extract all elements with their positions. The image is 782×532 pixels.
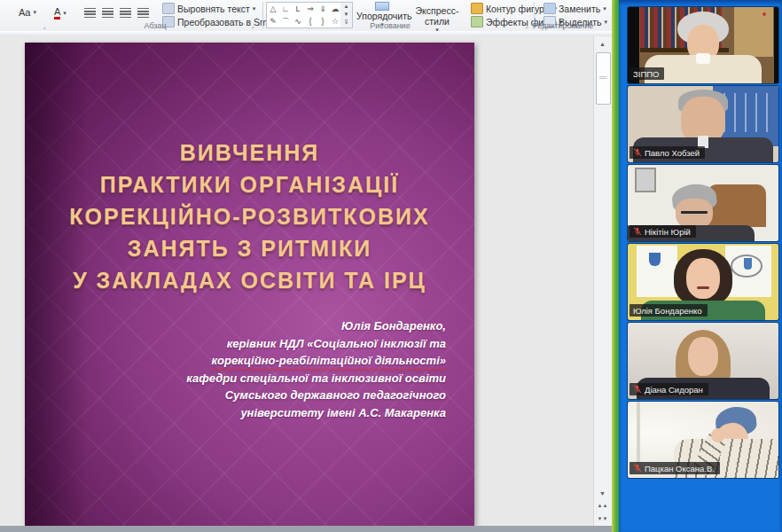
participant-tile-khobzei[interactable]: Павло Хобзей <box>628 86 778 162</box>
slide-title[interactable]: ВИВЧЕННЯ ПРАКТИКИ ОРГАНІЗАЦІЇ КОРЕКЦІЙНО… <box>35 137 464 296</box>
muted-mic-icon <box>633 464 642 473</box>
chevron-down-icon: ▾ <box>604 19 607 26</box>
align-text-icon <box>162 3 175 14</box>
slide-author-block[interactable]: Юлія Бондаренко, керівник НДЛ «Соціально… <box>153 317 446 421</box>
font-color-label: A <box>54 7 60 20</box>
shape-triangle-icon[interactable]: △ <box>267 3 279 15</box>
align-center-button[interactable] <box>99 7 116 19</box>
paragraph-group-label: Абзац <box>129 21 182 30</box>
shape-angle-icon[interactable]: ∟ <box>279 3 292 15</box>
align-right-button[interactable] <box>117 7 134 19</box>
participant-name-badge: Нікітін Юрій <box>630 225 696 238</box>
participant-name-badge: ЗІППО <box>630 67 664 80</box>
slide-author-line: університету імені А.С. Макаренка <box>153 404 446 422</box>
shape-arc-icon[interactable]: ⌒ <box>279 15 292 27</box>
muted-mic-icon <box>633 227 642 236</box>
shape-arrow-right-icon[interactable]: ⇒ <box>304 3 317 15</box>
slide-author-line: кафедри спеціальної та інклюзивної освіт… <box>153 370 446 387</box>
scroll-up-button[interactable]: ▲ <box>596 38 609 51</box>
align-center-icon <box>102 8 113 18</box>
drawing-dialog-launcher-icon[interactable]: ⌟ <box>525 22 528 29</box>
shape-cloud-icon[interactable]: ☁ <box>329 3 341 15</box>
shape-scribble-icon[interactable]: ✎ <box>267 15 279 27</box>
participant-name: Пацкан Оксана.В. <box>645 464 715 473</box>
participant-name-badge: Юлія Бондаренко <box>630 304 708 317</box>
chevron-down-icon: ▾ <box>253 5 256 12</box>
paragraph-dialog-launcher-icon[interactable]: ⌟ <box>251 22 254 29</box>
font-color-button[interactable]: A ▾ <box>51 6 69 20</box>
chevron-down-icon: ▾ <box>603 5 606 12</box>
muted-mic-icon <box>633 385 642 394</box>
participant-name-badge: Павло Хобзей <box>630 146 705 159</box>
participant-tile-patskan[interactable]: Пацкан Оксана.В. <box>628 402 778 478</box>
participant-tile-bondarenko[interactable]: Юлія Бондаренко <box>628 244 778 320</box>
quick-styles-label: Экспресс-стили <box>416 5 459 27</box>
arrange-icon <box>375 2 389 11</box>
font-dialog-launcher-icon[interactable]: ⌟ <box>43 23 46 30</box>
justify-button[interactable] <box>135 7 152 19</box>
participant-name: Діана Сидоран <box>645 385 703 395</box>
justify-icon <box>137 8 149 18</box>
ppt-vertical-scrollbar[interactable]: ▲ ▼ ▲▲ ▼▼ <box>593 36 612 526</box>
chevron-down-icon: ▾ <box>63 10 66 17</box>
shape-brace-right-icon[interactable]: } <box>317 15 329 27</box>
participants-sidebar: ЗІППО Павло Хобзей <box>619 0 782 532</box>
slide-author-line: керівник НДЛ «Соціальної інклюзії та <box>153 335 446 353</box>
participant-name: Павло Хобзей <box>645 148 700 158</box>
slide-title-line: КОРЕКЦІЙНО-РОЗВИТКОВИХ <box>35 200 464 232</box>
slide-title-line: ПРАКТИКИ ОРГАНІЗАЦІЇ <box>35 168 464 200</box>
drawing-group-label: Рисование <box>364 21 417 30</box>
slide-title-line: ЗАНЯТЬ З РИТМІКИ <box>35 232 464 264</box>
shapes-gallery[interactable]: △ ∟ L ⇒ ⇓ ☁ ✎ ⌒ ∿ { } ☆ <box>266 2 342 28</box>
participant-tile-nikitin[interactable]: Нікітін Юрій <box>628 165 778 241</box>
slide-title-line: ВИВЧЕННЯ <box>35 137 464 168</box>
ppt-statusbar-edge <box>0 526 612 532</box>
shape-brace-left-icon[interactable]: { <box>304 15 317 27</box>
shape-curve-icon[interactable]: ∿ <box>292 15 304 27</box>
participant-name-badge: Діана Сидоран <box>630 383 708 395</box>
change-case-label: Aa <box>19 7 30 18</box>
shape-outline-icon <box>471 3 483 14</box>
participant-tile-sydoran[interactable]: Діана Сидоран <box>628 323 778 399</box>
participant-tile-zippo[interactable]: ЗІППО <box>628 7 778 83</box>
muted-mic-icon <box>633 148 642 157</box>
align-text-button[interactable]: Выровнять текст ▾ <box>160 2 258 15</box>
participant-name: Юлія Бондаренко <box>633 306 702 316</box>
replace-label: Заменить <box>559 4 600 14</box>
shape-star-icon[interactable]: ☆ <box>329 15 341 27</box>
shapes-gallery-scroll[interactable]: ▲▼⊽ <box>340 2 353 28</box>
shape-corner-icon[interactable]: L <box>292 3 304 15</box>
shape-effects-icon <box>471 16 483 27</box>
screen-share-border <box>612 0 619 532</box>
participant-name-badge: Пацкан Оксана.В. <box>630 462 720 474</box>
align-left-icon <box>84 8 96 18</box>
replace-button[interactable]: Заменить ▾ <box>541 2 609 15</box>
slide-canvas[interactable]: ВИВЧЕННЯ ПРАКТИКИ ОРГАНІЗАЦІЇ КОРЕКЦІЙНО… <box>25 43 474 526</box>
arrange-label: Упорядочить <box>356 11 411 21</box>
slide-author-line: Юлія Бондаренко, <box>153 317 446 335</box>
shape-arrow-down-icon[interactable]: ⇓ <box>317 3 329 15</box>
change-case-button[interactable]: Aa ▾ <box>16 6 39 19</box>
slide-title-line: У ЗАКЛАДАХ ОСВІТИ ТА ІРЦ <box>35 264 464 296</box>
previous-slide-button[interactable]: ▲▲ <box>596 502 609 516</box>
ppt-ribbon: Aa ▾ A ▾ ⌟ Выровнять текст ▾ Преобразова… <box>0 0 612 32</box>
scroll-down-button[interactable]: ▼ <box>596 488 609 500</box>
editing-group-label: Редактирование <box>529 21 597 30</box>
align-right-icon <box>120 8 131 18</box>
participant-name: ЗІППО <box>633 69 659 79</box>
screenshot-root: Aa ▾ A ▾ ⌟ Выровнять текст ▾ Преобразова… <box>0 0 782 532</box>
align-left-button[interactable] <box>82 7 98 19</box>
align-text-label: Выровнять текст <box>177 4 250 14</box>
participant-name: Нікітін Юрій <box>645 227 691 237</box>
slide-author-line: Сумського державного педагогічного <box>153 387 446 404</box>
replace-icon <box>543 3 556 14</box>
chevron-down-icon: ▾ <box>33 9 36 16</box>
scrollbar-thumb[interactable] <box>596 52 611 105</box>
powerpoint-shared-screen: Aa ▾ A ▾ ⌟ Выровнять текст ▾ Преобразова… <box>0 0 612 532</box>
quick-styles-button[interactable]: Экспресс-стили ▾ <box>410 5 465 34</box>
slide-author-line-spellcheck: корекційно-реабілітаційної діяльності» <box>153 352 446 370</box>
